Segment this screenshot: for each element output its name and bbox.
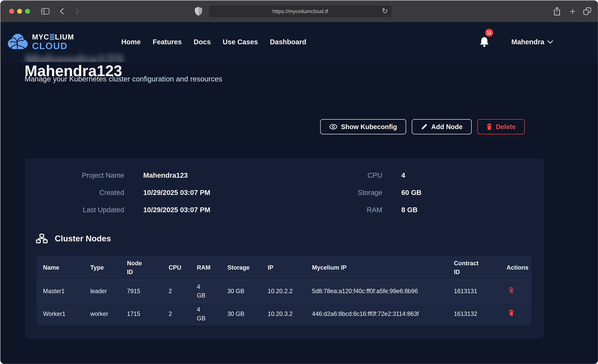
nav-link-home[interactable]: Home [121,38,141,46]
nav-links: Home Features Docs Use Cases Dashboard [121,22,306,62]
bell-icon [479,36,490,48]
nav-link-use-cases[interactable]: Use Cases [223,38,258,46]
col-name: Name [37,263,84,272]
details-left: Project Name Mahendra123 Created 10/29/2… [25,170,210,215]
back-icon[interactable] [57,0,67,22]
zoom-window-button[interactable] [25,9,30,14]
share-icon[interactable] [551,0,563,22]
cell-type: leader [84,287,121,296]
new-tab-icon[interactable]: + [567,0,578,22]
col-node-id: Node ID [121,259,162,276]
close-window-button[interactable] [9,9,14,14]
eye-icon [329,124,337,130]
col-ip: IP [261,263,306,272]
cell-cpu: 2 [162,287,191,296]
created-label: Created [25,188,124,198]
nav-link-features[interactable]: Features [153,38,182,46]
cell-contract-id: 1613132 [448,310,500,318]
nav-link-dashboard[interactable]: Dashboard [270,38,306,46]
delete-node-button[interactable] [509,287,514,293]
cell-storage: 30 GB [221,310,261,318]
cell-name: Master1 [37,287,84,296]
trash-icon [486,124,492,130]
last-updated-label: Last Updated [25,205,124,215]
address-bar[interactable]: https://myceliumcloud.tf ↻ [209,5,391,17]
col-storage: Storage [221,263,261,272]
nodes-table-header: Name Type Node ID CPU RAM Storage IP Myc… [37,256,532,280]
cell-storage: 30 GB [221,287,261,296]
last-updated-value: 10/29/2025 03:07 PM [143,205,210,215]
notification-badge: 11 [485,29,493,37]
cell-node-id: 1715 [121,310,162,318]
col-type: Type [84,263,121,272]
table-row-master1: Master1 leader 7915 2 4 GB 30 GB 10.20.2… [37,280,532,302]
col-ram: RAM [191,263,221,272]
browser-window: https://myceliumcloud.tf ↻ + Mahendra123… [0,0,598,364]
cell-cpu: 2 [162,310,191,318]
page-subtitle: Manage your Kubernetes cluster configura… [25,75,222,83]
logo[interactable]: MYCLIUM CLOUD [7,22,74,62]
pencil-icon [421,124,428,130]
col-cpu: CPU [162,263,191,272]
cluster-nodes-title: Cluster Nodes [55,234,111,243]
tab-overview-icon[interactable] [581,0,593,22]
col-actions: Actions [500,263,532,272]
cell-node-id: 7915 [121,287,162,296]
cluster-details-panel: Project Name Mahendra123 Created 10/29/2… [25,158,544,339]
browser-chrome: https://myceliumcloud.tf ↻ + [0,0,598,22]
col-mycelium-ip: Mycelium IP [306,263,448,272]
trash-icon [509,287,514,293]
delete-label: Delete [496,123,516,131]
nodes-table: Name Type Node ID CPU RAM Storage IP Myc… [37,256,532,325]
top-navbar: Mahendra123 [0,22,598,62]
chevron-down-icon [547,40,553,44]
storage-label: Storage [299,188,382,198]
cell-ip: 10.20.2.2 [261,287,306,296]
show-kubeconfig-label: Show Kubeconfig [341,123,397,131]
cpu-label: CPU [299,170,382,180]
window-controls [9,0,30,22]
cell-mycelium-ip: 446:d2a6:8bcd:8c16:ff0f:72e2:3114:863f [306,310,448,318]
cell-ram: 4 GB [191,282,221,300]
logo-e-bars [50,34,54,40]
forward-icon[interactable] [72,0,82,22]
cell-mycelium-ip: 5d8:78ea:a120:f40c:ff0f:a5fe:99e6:8b96 [306,287,448,296]
created-value: 10/29/2025 03:07 PM [143,188,210,198]
logo-line1-part: MYC [32,33,49,41]
minimize-window-button[interactable] [17,9,22,14]
project-name-label: Project Name [25,170,124,180]
nav-link-docs[interactable]: Docs [194,38,211,46]
table-row-worker1: Worker1 worker 1715 2 4 GB 30 GB 10.20.3… [37,302,532,325]
add-node-button[interactable]: Add Node [412,119,472,134]
col-contract-id: Contract ID [448,259,500,276]
cell-name: Worker1 [37,310,84,318]
show-kubeconfig-button[interactable]: Show Kubeconfig [320,119,406,134]
sidebar-toggle-icon[interactable] [40,0,50,22]
trash-icon [509,310,514,316]
details-right: CPU 4 Storage 60 GB RAM 8 GB [299,170,421,215]
cell-ram: 4 GB [191,305,221,323]
ram-value: 8 GB [401,205,421,215]
delete-cluster-button[interactable]: Delete [477,119,525,134]
cell-ip: 10.20.3.2 [261,310,306,318]
user-menu[interactable]: Mahendra [511,22,553,62]
logo-line1-part2: LIUM [55,33,74,41]
cell-contract-id: 1613131 [448,287,500,296]
add-node-label: Add Node [431,123,463,131]
user-name: Mahendra [511,38,544,46]
cluster-nodes-icon [36,233,48,244]
cpu-value: 4 [401,170,421,180]
mycelium-cloud-logo-icon [7,33,29,51]
logo-wordmark: MYCLIUM CLOUD [32,33,74,51]
cell-type: worker [84,310,121,318]
cluster-actions: Show Kubeconfig Add Node Delete [320,119,525,134]
logo-line2: CLOUD [32,41,74,51]
storage-value: 60 GB [401,188,421,198]
address-bar-url: https://myceliumcloud.tf [273,8,328,14]
project-name-value: Mahendra123 [143,170,210,180]
delete-node-button[interactable] [509,310,514,316]
ram-label: RAM [299,205,382,215]
reload-icon[interactable]: ↻ [382,7,388,15]
notifications-button[interactable]: 11 [479,22,490,62]
privacy-shield-icon[interactable] [193,0,204,22]
